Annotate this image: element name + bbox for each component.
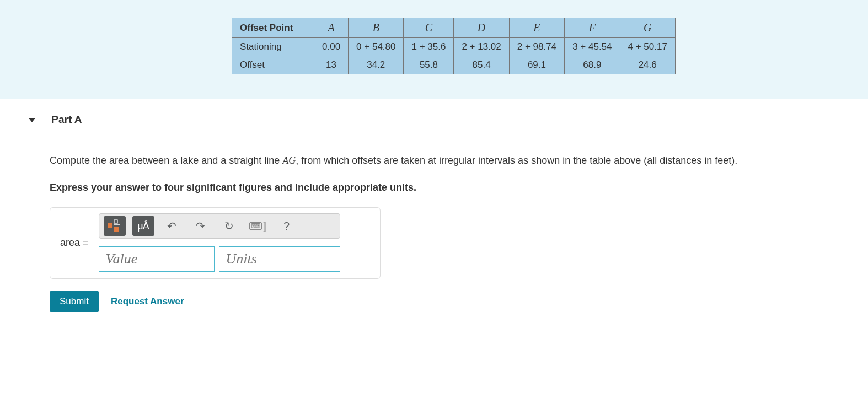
table-row: Stationing 0.00 0 + 54.80 1 + 35.6 2 + 1…: [232, 38, 676, 56]
reset-icon: ↻: [224, 219, 234, 233]
keyboard-icon: ⌨: [249, 222, 262, 230]
cell: 85.4: [454, 56, 509, 74]
cell: 0 + 54.80: [349, 38, 404, 56]
equation-toolbar: μÅ ↶ ↷ ↻ ⌨] ?: [99, 213, 340, 239]
point-col: A: [314, 18, 349, 38]
undo-button[interactable]: ↶: [161, 216, 183, 236]
prompt-post: , from which offsets are taken at irregu…: [296, 155, 737, 166]
cell: 0.00: [314, 38, 349, 56]
table-row: Offset 13 34.2 55.8 85.4 69.1 68.9 24.6: [232, 56, 676, 74]
question-info-band: Offset Point A B C D E F G Stationing 0.…: [0, 0, 868, 99]
cell: 3 + 45.54: [565, 38, 620, 56]
prompt-instructions: Express your answer to four significant …: [50, 180, 846, 195]
point-col: G: [620, 18, 675, 38]
request-answer-link[interactable]: Request Answer: [111, 296, 184, 307]
point-col: C: [404, 18, 454, 38]
offset-table: Offset Point A B C D E F G Stationing 0.…: [232, 18, 676, 74]
part-header[interactable]: Part A: [0, 99, 868, 131]
cell: 34.2: [349, 56, 404, 74]
table-row: Offset Point A B C D E F G: [232, 18, 676, 38]
answer-stack: μÅ ↶ ↷ ↻ ⌨] ?: [99, 213, 340, 272]
value-input[interactable]: [99, 246, 215, 272]
special-chars-button[interactable]: μÅ: [132, 216, 154, 236]
input-row: [99, 246, 340, 272]
answer-box: area = μÅ ↶ ↷ ↻: [50, 207, 381, 279]
mu-angstrom-icon: μÅ: [137, 220, 148, 232]
help-button[interactable]: ?: [276, 216, 298, 236]
point-col: F: [565, 18, 620, 38]
submit-row: Submit Request Answer: [50, 291, 868, 312]
undo-icon: ↶: [167, 219, 176, 233]
point-col: D: [454, 18, 509, 38]
cell: 69.1: [509, 56, 564, 74]
cell: 2 + 98.74: [509, 38, 564, 56]
cell: 24.6: [620, 56, 675, 74]
row-label: Stationing: [232, 38, 314, 56]
prompt-text: Compute the area between a lake and a st…: [50, 153, 846, 168]
reset-button[interactable]: ↻: [218, 216, 240, 236]
keyboard-button[interactable]: ⌨]: [247, 216, 269, 236]
help-icon: ?: [283, 220, 290, 233]
cell: 4 + 50.17: [620, 38, 675, 56]
svg-rect-1: [114, 220, 117, 223]
cell: 55.8: [404, 56, 454, 74]
units-input[interactable]: [219, 246, 340, 272]
redo-button[interactable]: ↷: [190, 216, 212, 236]
row-label: Offset: [232, 56, 314, 74]
collapse-triangle-icon[interactable]: [29, 118, 35, 122]
prompt-line-symbol: AG: [282, 155, 296, 166]
cell: 68.9: [565, 56, 620, 74]
svg-rect-2: [114, 227, 119, 232]
point-col: B: [349, 18, 404, 38]
cell: 1 + 35.6: [404, 38, 454, 56]
prompt-block: Compute the area between a lake and a st…: [0, 131, 868, 195]
svg-rect-0: [108, 223, 112, 228]
bracket-icon: ]: [263, 220, 266, 233]
templates-button[interactable]: [104, 216, 126, 236]
submit-button[interactable]: Submit: [50, 291, 99, 312]
cell: 2 + 13.02: [454, 38, 509, 56]
point-col: E: [509, 18, 564, 38]
redo-icon: ↷: [196, 219, 205, 233]
part-label: Part A: [51, 114, 82, 125]
table-header-label: Offset Point: [232, 18, 314, 38]
cell: 13: [314, 56, 349, 74]
prompt-pre: Compute the area between a lake and a st…: [50, 155, 282, 166]
answer-label: area =: [60, 237, 89, 249]
